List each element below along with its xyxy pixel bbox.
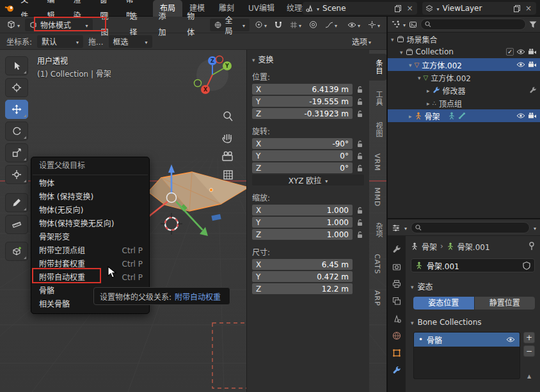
proportional-editing-toggle[interactable] xyxy=(306,19,320,31)
lock-icon[interactable] xyxy=(356,86,364,93)
location-y-field[interactable]: Y-19.555 m xyxy=(252,96,353,107)
rotation-x-field[interactable]: X-90° xyxy=(252,138,353,149)
camera-icon[interactable] xyxy=(528,49,537,55)
bone-collection-row[interactable]: 骨骼 xyxy=(414,333,520,347)
remove-viewlayer-icon[interactable] xyxy=(524,4,533,13)
lock-icon[interactable] xyxy=(356,231,364,239)
snap-toggle[interactable] xyxy=(272,19,285,31)
bone-collections-section-header[interactable]: Bone Collections xyxy=(411,318,535,327)
mode-dropdown[interactable]: 物体模式 xyxy=(25,19,93,31)
fake-user-shield-icon[interactable] xyxy=(523,262,530,270)
sidebar-tab-vrm[interactable]: VRM xyxy=(369,148,385,177)
outliner-row-collection[interactable]: Collection ✓ xyxy=(388,45,540,58)
bone-handle[interactable] xyxy=(211,214,221,221)
tool-scale[interactable] xyxy=(5,143,28,162)
expander-icon[interactable] xyxy=(409,111,412,120)
drag-mode-dropdown[interactable]: 框选 xyxy=(109,35,152,48)
rotation-z-field[interactable]: Z0° xyxy=(252,162,353,173)
camera-icon[interactable] xyxy=(528,61,537,68)
outliner-row-vertex-groups[interactable]: ∴ 顶点组 xyxy=(388,97,540,109)
menu-item-automatic-weights[interactable]: 附带自动权重Ctrl P xyxy=(31,271,149,285)
scene-name[interactable]: Scene xyxy=(322,4,391,13)
show-overlays-dropdown[interactable] xyxy=(345,19,363,31)
properties-search-input[interactable] xyxy=(411,222,530,233)
location-x-field[interactable]: X6.4139 m xyxy=(252,84,353,95)
rotation-y-field[interactable]: Y0° xyxy=(252,150,353,161)
expander-icon[interactable] xyxy=(391,35,394,43)
sidebar-tab-view[interactable]: 视图 xyxy=(369,116,386,143)
tool-select-box[interactable] xyxy=(5,56,28,75)
outliner-search-input[interactable] xyxy=(420,19,526,30)
viewlayer-name[interactable]: ViewLayer xyxy=(442,4,510,13)
pose-section-header[interactable]: 姿态 xyxy=(411,281,535,292)
pose-position-button[interactable]: 姿态位置 xyxy=(413,297,474,310)
expander-icon[interactable] xyxy=(418,73,421,82)
viewport-nav-buttons[interactable] xyxy=(223,112,232,179)
pin-icon[interactable] xyxy=(528,242,535,251)
outliner-editor-icon[interactable] xyxy=(391,20,400,29)
tool-cursor[interactable] xyxy=(5,78,28,97)
tool-annotate[interactable] xyxy=(5,193,28,212)
rest-position-button[interactable]: 静置位置 xyxy=(474,297,536,310)
tool-transform[interactable] xyxy=(5,165,28,184)
remove-collection-button[interactable] xyxy=(523,345,535,357)
scale-y-field[interactable]: Y1.000 xyxy=(252,217,353,228)
properties-tab-view-layer-icon[interactable] xyxy=(392,297,401,306)
expander-icon[interactable] xyxy=(427,98,430,107)
properties-editor-icon[interactable] xyxy=(392,223,401,232)
eye-icon[interactable] xyxy=(516,49,525,55)
breadcrumb-object[interactable]: 骨架 xyxy=(422,241,437,252)
filter-icon[interactable] xyxy=(529,21,537,28)
unlink-scene-icon[interactable] xyxy=(405,4,414,13)
eye-icon[interactable] xyxy=(516,113,525,119)
navigation-gizmo[interactable]: Z Y X xyxy=(195,56,232,95)
eye-icon[interactable] xyxy=(506,336,515,343)
rotation-mode-dropdown[interactable]: XYZ 欧拉 xyxy=(252,175,364,185)
menu-item-object-keep-transform[interactable]: 物体 (保持变换) xyxy=(31,191,149,204)
outliner-row-modifiers[interactable]: 修改器 xyxy=(388,84,540,97)
outliner-row-cube-object[interactable]: ▽ 立方体.002 xyxy=(388,58,540,71)
expander-icon[interactable] xyxy=(409,60,412,69)
menu-item-object[interactable]: 物体 xyxy=(31,177,149,191)
outliner-row-scene-collection[interactable]: 场景集合 xyxy=(388,33,540,45)
snap-target-dropdown[interactable] xyxy=(287,19,304,31)
lock-icon[interactable] xyxy=(356,110,364,118)
menu-item-empty-groups[interactable]: 附带空顶点组Ctrl P xyxy=(31,244,149,258)
options-dropdown[interactable]: 选项 xyxy=(349,35,374,48)
checkbox-icon[interactable]: ✓ xyxy=(506,48,514,56)
tool-move[interactable] xyxy=(5,100,28,119)
outliner-row-cube-data[interactable]: ▽ 立方体.002 xyxy=(388,71,540,84)
properties-tab-object-icon[interactable] xyxy=(392,349,401,357)
menu-item-object-without-inverse[interactable]: 物体(无反向) xyxy=(31,204,149,217)
new-viewlayer-icon[interactable] xyxy=(513,4,521,12)
sidebar-tab-cats[interactable]: CATS xyxy=(369,248,385,280)
camera-icon[interactable] xyxy=(528,113,537,119)
data-name-field[interactable]: 骨架.001 xyxy=(411,258,535,272)
location-z-field[interactable]: Z-0.31923 m xyxy=(252,108,353,119)
gizmos-dropdown[interactable] xyxy=(365,19,383,31)
collapse-icon[interactable] xyxy=(252,55,255,64)
sidebar-tab-misc[interactable]: 杂项 xyxy=(369,217,386,244)
tool-measure[interactable] xyxy=(5,215,28,234)
expander-icon[interactable] xyxy=(400,47,403,56)
properties-tab-output-icon[interactable] xyxy=(392,279,401,288)
editor-type-selector[interactable] xyxy=(4,19,22,31)
blender-logo-icon[interactable] xyxy=(4,3,15,14)
viewport-canvas-area[interactable]: Z Y X 用户透视 (1) Collection | 骨架 xyxy=(0,50,386,392)
eye-icon[interactable] xyxy=(516,61,525,68)
properties-tab-world-icon[interactable] xyxy=(392,331,401,340)
lock-icon[interactable] xyxy=(356,219,364,226)
menu-item-armature-deform[interactable]: 骨架形变 xyxy=(31,231,149,244)
scale-z-field[interactable]: Z1.000 xyxy=(252,229,353,240)
dimensions-x-field[interactable]: X6.45 m xyxy=(252,259,353,270)
menu-item-envelope-weights[interactable]: 附带封套权重Ctrl P xyxy=(31,258,149,271)
menu-item-object-keep-transform-without-inverse[interactable]: 物体(保持变换无反向) xyxy=(31,217,149,231)
dimensions-y-field[interactable]: Y0.472 m xyxy=(252,271,353,282)
pivot-point-dropdown[interactable] xyxy=(252,19,269,31)
tool-add-cube[interactable] xyxy=(5,242,28,261)
pose-icon[interactable] xyxy=(448,112,456,120)
properties-tab-render-icon[interactable] xyxy=(392,262,401,271)
scene-selector[interactable]: Scene xyxy=(303,2,417,15)
armature-object-icon[interactable] xyxy=(411,242,418,250)
menu-add[interactable]: 添加 xyxy=(152,9,179,41)
